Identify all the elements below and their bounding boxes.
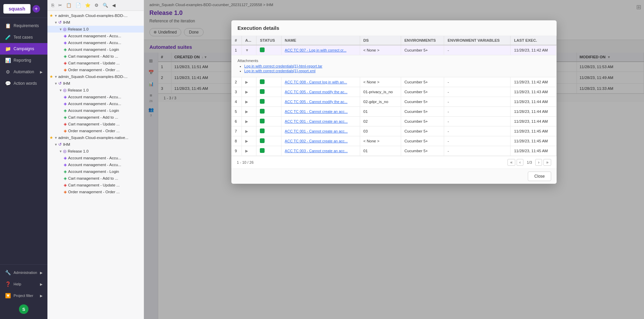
tree-btn-copy[interactable]: ⎘: [50, 2, 56, 8]
tree-node-22[interactable]: ◈ Account management - Accu...: [47, 155, 144, 161]
modal-cell-name[interactable]: ACC TC 001 - Cannot create an acc...: [281, 126, 360, 136]
tree-node-14[interactable]: ◈ Account management - Accu...: [47, 100, 144, 107]
tree-collapse-btn[interactable]: ◀: [111, 2, 117, 8]
tree-node-25[interactable]: ◈ Cart management - Add to ...: [47, 175, 144, 182]
modal-cell-expand[interactable]: ▶: [242, 97, 256, 107]
tree-node-11[interactable]: ▼ ↺ IHM: [47, 80, 144, 87]
test-case-link-7[interactable]: ACC TC 001 - Cannot create an acc...: [285, 129, 348, 133]
tree-node-26[interactable]: ◈ Cart management - Update ...: [47, 182, 144, 188]
row-expand-btn-4[interactable]: ▶: [245, 100, 248, 104]
test-case-link-1[interactable]: ACC TC 007 - Log in with correct cr...: [285, 48, 347, 52]
tree-node-18[interactable]: ◈ Order management - Order ...: [47, 127, 144, 134]
user-avatar-item[interactable]: S: [0, 301, 47, 317]
tree-node-9[interactable]: ◈ Order management - Order ...: [47, 66, 144, 73]
test-case-link-9[interactable]: ACC TC 003 - Cannot create an acc...: [285, 149, 348, 153]
sidebar-item-action-words[interactable]: 💬 Action words: [0, 78, 47, 89]
modal-cell-expand[interactable]: ▶: [242, 136, 256, 146]
test-case-link-8[interactable]: ACC TC 002 - Cannot create an acc...: [285, 139, 348, 143]
tree-node-4[interactable]: ◈ Account management - Accu...: [47, 33, 144, 39]
tree-node-5[interactable]: ◈ Account management - Accu...: [47, 39, 144, 46]
attachment-link-1[interactable]: Log in with correct credentials[1]-html-…: [244, 64, 322, 68]
row-expand-btn-9[interactable]: ▶: [245, 149, 248, 153]
modal-cell-name[interactable]: ACC TC 005 - Cannot modify the ac...: [281, 97, 360, 107]
last-page-btn[interactable]: »: [543, 159, 551, 166]
prev-page-btn[interactable]: ‹: [517, 159, 523, 166]
sidebar-item-administration[interactable]: 🔧 Administration ▶: [0, 267, 47, 278]
test-case-link-6[interactable]: ACC TC 001 - Cannot create an acc...: [285, 119, 348, 123]
tree-node-20[interactable]: ▼ ↺ IHM: [47, 141, 144, 148]
test-case-link-4[interactable]: ACC TC 005 - Cannot modify the ac...: [285, 100, 348, 104]
modal-cell-expand[interactable]: ▼: [242, 45, 256, 55]
release-icon-3: ◎: [63, 27, 66, 32]
tree-btn-settings[interactable]: ⚙: [93, 2, 100, 8]
tree-node-1[interactable]: ★ ▼ admin_Squash Cloud-examples-BDD-...: [47, 12, 144, 19]
sidebar-item-requirements[interactable]: 📋 Requirements: [0, 20, 47, 32]
tree-node-8[interactable]: ◈ Cart management - Update ...: [47, 60, 144, 66]
sidebar-item-help[interactable]: ❓ Help ▶: [0, 278, 47, 290]
modal-cell-name[interactable]: ACC TC 001 - Cannot create an acc...: [281, 107, 360, 117]
modal-cell-name[interactable]: ACC TC 007 - Log in with correct cr...: [281, 45, 360, 55]
sidebar-item-reporting[interactable]: 📊 Reporting: [0, 55, 47, 66]
row-expand-btn-1[interactable]: ▼: [245, 48, 249, 52]
tree-node-2[interactable]: ▼ ↺ IHM: [47, 19, 144, 26]
iteration-icon-2: ↺: [58, 20, 62, 25]
modal-cell-name[interactable]: ACC TC 003 - Cannot create an acc...: [281, 146, 360, 156]
expand-icon-10: ▼: [54, 75, 58, 79]
test-case-link-5[interactable]: ACC TC 001 - Cannot create an acc...: [285, 109, 348, 114]
close-modal-btn[interactable]: Close: [528, 172, 551, 181]
row-expand-btn-5[interactable]: ▶: [245, 109, 248, 114]
test-case-link-2[interactable]: ACC TC 008 - Cannot log in with an...: [285, 80, 347, 84]
tree-node-23[interactable]: ◈ Account management - Accu...: [47, 161, 144, 168]
sidebar-item-project-filter[interactable]: 🔽 Project filter ▶: [0, 290, 47, 301]
tree-node-12[interactable]: ▼ ◎ Release 1.0: [47, 87, 144, 94]
tree-node-7[interactable]: ◈ Cart management - Add to ...: [47, 53, 144, 60]
modal-cell-expand[interactable]: ▶: [242, 117, 256, 126]
tree-node-19[interactable]: ★ ▼ admin_Squash Cloud-examples-native..…: [47, 134, 144, 141]
sidebar-item-campaigns[interactable]: 📁 Campaigns: [0, 43, 47, 55]
tree-node-3[interactable]: ▼ ◎ Release 1.0: [47, 26, 144, 33]
row-expand-btn-3[interactable]: ▶: [245, 90, 248, 94]
modal-cell-expand[interactable]: ▶: [242, 146, 256, 156]
attachment-link-2[interactable]: Log in with correct credentials[1]-repor…: [244, 69, 315, 73]
tree-node-21[interactable]: ▼ ◎ Release 1.0: [47, 148, 144, 155]
tree-node-15[interactable]: ◈ Account management - Login: [47, 107, 144, 114]
modal-cell-status: [256, 146, 281, 156]
suite-icon-24: ◈: [64, 169, 67, 174]
modal-cell-name[interactable]: ACC TC 005 - Cannot modify the ac...: [281, 87, 360, 97]
next-page-btn[interactable]: ›: [535, 159, 542, 166]
tree-btn-paste[interactable]: 📋: [65, 2, 73, 8]
iteration-icon-20: ↺: [58, 142, 62, 147]
tree-btn-star[interactable]: ⭐: [84, 2, 92, 8]
expand-icon-19: ▼: [54, 136, 58, 140]
tree-btn-new[interactable]: 📄: [74, 2, 82, 8]
modal-cell-last-exec: 11/28/23, 11:45 AM: [511, 136, 557, 146]
execution-details-modal: Execution details # A... STATUS NAME DS …: [231, 20, 557, 184]
sidebar-item-test-cases[interactable]: 🧪 Test cases: [0, 32, 47, 43]
modal-cell-expand[interactable]: ▶: [242, 87, 256, 97]
row-expand-btn-7[interactable]: ▶: [245, 129, 248, 133]
row-expand-btn-6[interactable]: ▶: [245, 119, 248, 123]
tree-btn-search[interactable]: 🔍: [101, 2, 109, 8]
test-case-link-3[interactable]: ACC TC 005 - Cannot modify the ac...: [285, 90, 348, 94]
modal-cell-name[interactable]: ACC TC 002 - Cannot create an acc...: [281, 136, 360, 146]
tree-node-27[interactable]: ◈ Order management - Order ...: [47, 188, 144, 195]
add-button[interactable]: +: [33, 5, 40, 13]
sidebar-item-automation[interactable]: ⚙ Automation ▶: [0, 66, 47, 78]
tree-node-16[interactable]: ◈ Cart management - Add to ...: [47, 114, 144, 121]
modal-cell-name[interactable]: ACC TC 001 - Cannot create an acc...: [281, 117, 360, 126]
first-page-btn[interactable]: «: [507, 159, 515, 166]
modal-cell-name[interactable]: ACC TC 008 - Cannot log in with an...: [281, 77, 360, 87]
modal-cell-expand[interactable]: ▶: [242, 77, 256, 87]
tree-node-13[interactable]: ◈ Account management - Accu...: [47, 94, 144, 100]
tree-node-10[interactable]: ★ ▼ admin_Squash Cloud-examples-BDD-...: [47, 73, 144, 80]
tree-node-17[interactable]: ◈ Cart management - Update ...: [47, 121, 144, 127]
tree-node-6[interactable]: ◈ Account management - Login: [47, 46, 144, 53]
tree-node-24[interactable]: ◈ Account management - Login: [47, 168, 144, 175]
modal-cell-expand[interactable]: ▶: [242, 126, 256, 136]
row-expand-btn-8[interactable]: ▶: [245, 139, 248, 143]
modal-cell-expand[interactable]: ▶: [242, 107, 256, 117]
row-expand-btn-2[interactable]: ▶: [245, 80, 248, 84]
tree-btn-cut[interactable]: ✂: [57, 2, 63, 8]
tree-panel: ⎘ ✂ 📋 📄 ⭐ ⚙ 🔍 ◀ ★ ▼ admin_Squash Cloud-e…: [47, 0, 144, 319]
sidebar-item-label: Action words: [14, 81, 37, 86]
